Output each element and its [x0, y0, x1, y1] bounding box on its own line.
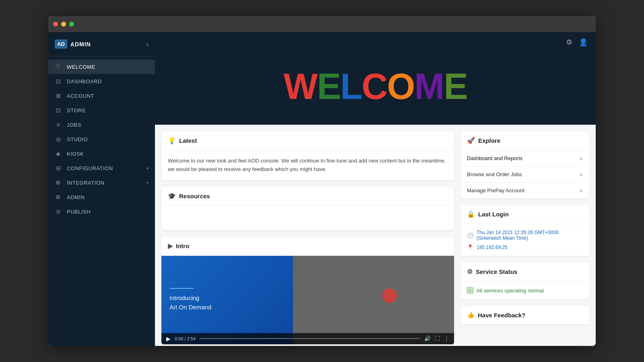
- explore-item-label: Dashboard and Reports: [467, 155, 522, 161]
- explore-item-prepay[interactable]: Manage PrePay Account ∨: [460, 183, 589, 198]
- welcome-letter-w7: E: [444, 68, 467, 105]
- sidebar-item-label: WELCOME: [67, 64, 95, 70]
- lock-icon: 🔒: [467, 210, 475, 218]
- feedback-card-header: 👍 Have Feedback?: [460, 306, 589, 324]
- status-text: All services operating normal: [477, 288, 544, 294]
- login-info: 🕐 Thu Jan 14 2021 12:35:26 GMT+0000 (Gre…: [460, 224, 589, 256]
- explore-items-list: Dashboard and Reports ∧ Browse and Order…: [460, 150, 589, 198]
- sidebar-item-store[interactable]: ⊡ STORE: [48, 103, 155, 117]
- video-right-panel: [293, 256, 454, 344]
- video-progress-bar[interactable]: [200, 338, 420, 339]
- app-container: AD ADMIN ‹ ♡ WELCOME ⊡ DASHBOARD ⊞ ACCOU…: [48, 32, 596, 346]
- latest-card-title: Latest: [179, 137, 197, 144]
- welcome-letter-w1: W: [284, 68, 317, 105]
- sidebar-item-label: STUDIO: [67, 136, 88, 142]
- intro-card-title: Intro: [176, 243, 189, 249]
- login-datetime: Thu Jan 14 2021 12:35:26 GMT+0000 (Green…: [477, 230, 583, 241]
- video-left-panel: Introducing Art On Demand: [161, 256, 293, 344]
- volume-icon[interactable]: 🔊: [424, 335, 431, 341]
- sidebar-item-studio[interactable]: ◎ STUDIO: [48, 132, 155, 146]
- browser-dot-yellow[interactable]: [61, 22, 66, 27]
- feedback-card: 👍 Have Feedback?: [460, 306, 589, 324]
- explore-item-jobs[interactable]: Browse and Order Jobs ∨: [460, 167, 589, 183]
- studio-icon: ◎: [55, 136, 62, 142]
- svg-rect-0: [293, 256, 454, 344]
- explore-item-dashboard[interactable]: Dashboard and Reports ∧: [460, 150, 589, 167]
- latest-card-text: Welcome to our new look and feel AOD con…: [168, 157, 448, 174]
- latest-card-header: 💡 Latest: [161, 131, 454, 150]
- latest-card: 💡 Latest Welcome to our new look and fee…: [161, 131, 454, 180]
- browser-dot-red[interactable]: [53, 22, 58, 27]
- welcome-letter-w4: C: [361, 68, 387, 105]
- jobs-icon: ≡: [55, 121, 62, 128]
- sidebar-item-label: KIOSK: [67, 151, 84, 157]
- video-play-button[interactable]: ▶: [166, 335, 171, 342]
- sidebar-nav: ♡ WELCOME ⊡ DASHBOARD ⊞ ACCOUNT ⊡ STORE …: [48, 56, 155, 346]
- resources-card-header: 🎓 Resources: [161, 187, 454, 206]
- video-extra-controls: 🔊 ⛶ ⋮: [424, 335, 449, 341]
- browser-dot-green[interactable]: [69, 22, 74, 27]
- main-cards-column: 💡 Latest Welcome to our new look and fee…: [161, 131, 454, 344]
- sidebar-item-kiosk[interactable]: ◈ KIOSK: [48, 146, 155, 161]
- content-area: W E L C O M E: [155, 52, 596, 346]
- sidebar-item-jobs[interactable]: ≡ JOBS: [48, 117, 155, 132]
- clock-icon: 🕐: [467, 232, 473, 239]
- integration-arrow: ▾: [147, 181, 149, 185]
- service-status-card-header: ⚙ Service Status: [460, 262, 589, 282]
- sidebar-item-configuration[interactable]: ⊟ CONFIGURATION ▾: [48, 161, 155, 175]
- more-icon[interactable]: ⋮: [444, 335, 449, 341]
- rocket-icon: 🚀: [467, 137, 475, 144]
- chevron-up-icon: ∧: [579, 156, 583, 161]
- graduation-icon: 🎓: [168, 192, 176, 200]
- intro-card-header: ▶ Intro: [161, 237, 454, 256]
- intro-card: ▶ Intro Introducing: [161, 237, 454, 344]
- welcome-title: W E L C O M E: [163, 68, 588, 105]
- welcome-letter-w2: E: [317, 68, 340, 105]
- kiosk-icon: ◈: [55, 150, 62, 157]
- video-container: Introducing Art On Demand: [161, 256, 454, 344]
- user-icon[interactable]: 👤: [579, 38, 588, 47]
- video-time: 0:00 / 2:54: [175, 336, 196, 341]
- sidebar-item-dashboard[interactable]: ⊡ DASHBOARD: [48, 74, 155, 88]
- sidebar-item-admin[interactable]: ⚙ ADMIN: [48, 190, 155, 204]
- sidebar-item-label: JOBS: [67, 122, 81, 128]
- chevron-down-icon: ∨: [579, 172, 583, 177]
- brand-initials: AD: [55, 39, 67, 49]
- service-status-card-title: Service Status: [476, 268, 517, 275]
- last-login-card-header: 🔒 Last Login: [460, 205, 589, 224]
- side-cards-column: 🚀 Explore Dashboard and Reports ∧: [460, 131, 589, 344]
- login-datetime-row: 🕐 Thu Jan 14 2021 12:35:26 GMT+0000 (Gre…: [467, 230, 583, 241]
- service-status-body: ✓ All services operating normal: [460, 282, 589, 299]
- explore-card-title: Explore: [478, 137, 500, 144]
- play-icon: ▶: [168, 242, 173, 250]
- sidebar: AD ADMIN ‹ ♡ WELCOME ⊡ DASHBOARD ⊞ ACCOU…: [48, 32, 155, 346]
- gear-icon: ⚙: [467, 268, 473, 276]
- main-content: ⚙ 👤 W E L C O M E: [155, 32, 596, 346]
- top-bar: ⚙ 👤: [155, 32, 596, 52]
- configuration-arrow: ▾: [147, 166, 149, 171]
- thumbsup-icon: 👍: [467, 311, 475, 319]
- sidebar-item-integration[interactable]: ⚙ INTEGRATION ▾: [48, 175, 155, 190]
- cards-area: 💡 Latest Welcome to our new look and fee…: [155, 125, 596, 346]
- configuration-icon: ⊟: [55, 165, 62, 171]
- explore-item-label: Browse and Order Jobs: [467, 171, 522, 177]
- fullscreen-icon[interactable]: ⛶: [435, 335, 440, 341]
- integration-icon: ⚙: [55, 179, 62, 186]
- status-ok-indicator: ✓ All services operating normal: [467, 287, 583, 294]
- video-controls: ▶ 0:00 / 2:54 🔊 ⛶ ⋮: [161, 333, 454, 344]
- svg-point-1: [382, 288, 397, 303]
- browser-chrome: [48, 16, 596, 32]
- settings-icon[interactable]: ⚙: [566, 38, 572, 47]
- resources-card-title: Resources: [179, 193, 210, 200]
- publish-icon: ⊙: [55, 208, 62, 215]
- admin-icon: ⚙: [55, 194, 62, 200]
- dashboard-icon: ⊡: [55, 78, 62, 84]
- feedback-card-title: Have Feedback?: [478, 312, 525, 319]
- sidebar-item-label: PUBLISH: [67, 209, 91, 215]
- explore-card-header: 🚀 Explore: [460, 131, 589, 150]
- sidebar-item-publish[interactable]: ⊙ PUBLISH: [48, 204, 155, 219]
- sidebar-item-account[interactable]: ⊞ ACCOUNT: [48, 88, 155, 103]
- sidebar-collapse-button[interactable]: ‹: [147, 41, 149, 48]
- sidebar-item-welcome[interactable]: ♡ WELCOME: [48, 60, 155, 74]
- sidebar-item-label: CONFIGURATION: [67, 165, 113, 171]
